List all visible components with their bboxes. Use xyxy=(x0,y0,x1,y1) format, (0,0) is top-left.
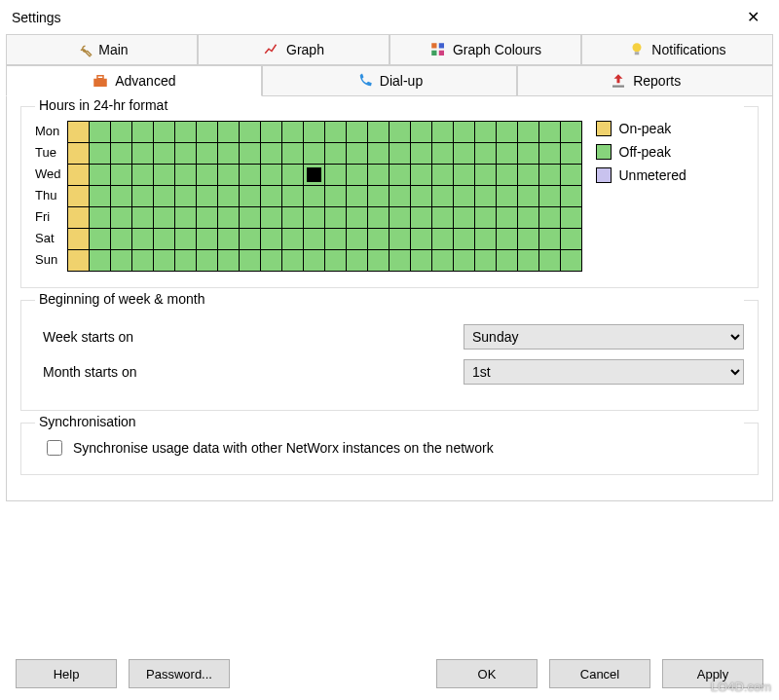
schedule-cell[interactable] xyxy=(474,165,496,186)
schedule-cell[interactable] xyxy=(324,207,346,229)
schedule-cell[interactable] xyxy=(389,229,410,250)
schedule-cell[interactable] xyxy=(110,165,131,186)
tab-main[interactable]: Main xyxy=(6,34,198,65)
schedule-cell[interactable] xyxy=(453,229,474,250)
schedule-cell[interactable] xyxy=(239,229,260,250)
schedule-cell[interactable] xyxy=(560,143,581,165)
schedule-cell[interactable] xyxy=(517,165,538,186)
schedule-cell[interactable] xyxy=(89,250,110,272)
schedule-cell[interactable] xyxy=(346,165,367,186)
schedule-cell[interactable] xyxy=(196,143,217,165)
schedule-cell[interactable] xyxy=(217,122,239,143)
schedule-cell[interactable] xyxy=(453,250,474,272)
schedule-cell[interactable] xyxy=(410,250,431,272)
schedule-cell[interactable] xyxy=(431,165,453,186)
schedule-cell[interactable] xyxy=(496,143,517,165)
schedule-cell[interactable] xyxy=(453,143,474,165)
schedule-cell[interactable] xyxy=(431,186,453,207)
schedule-cell[interactable] xyxy=(89,165,110,186)
schedule-cell[interactable] xyxy=(324,122,346,143)
schedule-cell[interactable] xyxy=(89,229,110,250)
schedule-cell[interactable] xyxy=(560,250,581,272)
schedule-cell[interactable] xyxy=(538,143,560,165)
schedule-cell[interactable] xyxy=(217,250,239,272)
schedule-cell[interactable] xyxy=(410,229,431,250)
schedule-cell[interactable] xyxy=(196,250,217,272)
schedule-cell[interactable] xyxy=(281,250,303,272)
schedule-cell[interactable] xyxy=(453,165,474,186)
schedule-cell[interactable] xyxy=(496,122,517,143)
week-starts-select[interactable]: Sunday xyxy=(464,324,744,350)
schedule-cell[interactable] xyxy=(67,207,89,229)
schedule-cell[interactable] xyxy=(174,250,196,272)
schedule-cell[interactable] xyxy=(474,186,496,207)
schedule-cell[interactable] xyxy=(517,229,538,250)
tab-graph[interactable]: Graph xyxy=(198,34,390,65)
schedule-cell[interactable] xyxy=(496,229,517,250)
schedule-cell[interactable] xyxy=(410,143,431,165)
schedule-cell[interactable] xyxy=(153,122,174,143)
schedule-cell[interactable] xyxy=(260,186,281,207)
schedule-cell[interactable] xyxy=(110,143,131,165)
schedule-cell[interactable] xyxy=(324,143,346,165)
schedule-cell[interactable] xyxy=(389,143,410,165)
sync-checkbox[interactable] xyxy=(47,440,62,456)
schedule-cell[interactable] xyxy=(367,122,389,143)
close-icon[interactable]: ✕ xyxy=(739,8,767,26)
schedule-cell[interactable] xyxy=(517,186,538,207)
schedule-cell[interactable] xyxy=(174,143,196,165)
schedule-cell[interactable] xyxy=(196,165,217,186)
schedule-cell[interactable] xyxy=(517,207,538,229)
schedule-cell[interactable] xyxy=(153,186,174,207)
schedule-cell[interactable] xyxy=(153,229,174,250)
schedule-cell[interactable] xyxy=(560,207,581,229)
schedule-cell[interactable] xyxy=(281,165,303,186)
schedule-cell[interactable] xyxy=(410,207,431,229)
schedule-cell[interactable] xyxy=(217,143,239,165)
schedule-cell[interactable] xyxy=(346,250,367,272)
schedule-cell[interactable] xyxy=(67,143,89,165)
schedule-cell[interactable] xyxy=(260,165,281,186)
schedule-cell[interactable] xyxy=(303,186,324,207)
schedule-cell[interactable] xyxy=(67,122,89,143)
schedule-cell[interactable] xyxy=(538,207,560,229)
schedule-cell[interactable] xyxy=(431,143,453,165)
schedule-cell[interactable] xyxy=(346,229,367,250)
tab-notifications[interactable]: Notifications xyxy=(581,34,773,65)
tab-graph-colours[interactable]: Graph Colours xyxy=(390,34,581,65)
schedule-cell[interactable] xyxy=(560,229,581,250)
schedule-cell[interactable] xyxy=(324,165,346,186)
schedule-cell[interactable] xyxy=(260,122,281,143)
schedule-cell[interactable] xyxy=(303,122,324,143)
schedule-cell[interactable] xyxy=(281,143,303,165)
schedule-cell[interactable] xyxy=(389,122,410,143)
schedule-cell[interactable] xyxy=(260,207,281,229)
schedule-cell[interactable] xyxy=(517,250,538,272)
schedule-cell[interactable] xyxy=(174,122,196,143)
schedule-cell[interactable] xyxy=(538,186,560,207)
schedule-cell[interactable] xyxy=(346,207,367,229)
schedule-cell[interactable] xyxy=(431,229,453,250)
schedule-cell[interactable] xyxy=(239,165,260,186)
help-button[interactable]: Help xyxy=(16,659,117,688)
schedule-cell[interactable] xyxy=(217,165,239,186)
schedule-cell[interactable] xyxy=(431,122,453,143)
schedule-cell[interactable] xyxy=(367,250,389,272)
schedule-cell[interactable] xyxy=(389,207,410,229)
schedule-cell[interactable] xyxy=(496,186,517,207)
schedule-cell[interactable] xyxy=(110,207,131,229)
schedule-cell[interactable] xyxy=(260,143,281,165)
schedule-cell[interactable] xyxy=(538,122,560,143)
schedule-cell[interactable] xyxy=(410,165,431,186)
schedule-cell[interactable] xyxy=(560,165,581,186)
schedule-cell[interactable] xyxy=(474,250,496,272)
schedule-cell[interactable] xyxy=(367,229,389,250)
schedule-cell[interactable] xyxy=(346,122,367,143)
schedule-cell[interactable] xyxy=(131,250,153,272)
schedule-cell[interactable] xyxy=(303,143,324,165)
schedule-cell[interactable] xyxy=(538,165,560,186)
schedule-cell[interactable] xyxy=(89,143,110,165)
schedule-cell[interactable] xyxy=(174,165,196,186)
schedule-cell[interactable] xyxy=(453,186,474,207)
schedule-cell[interactable] xyxy=(496,250,517,272)
